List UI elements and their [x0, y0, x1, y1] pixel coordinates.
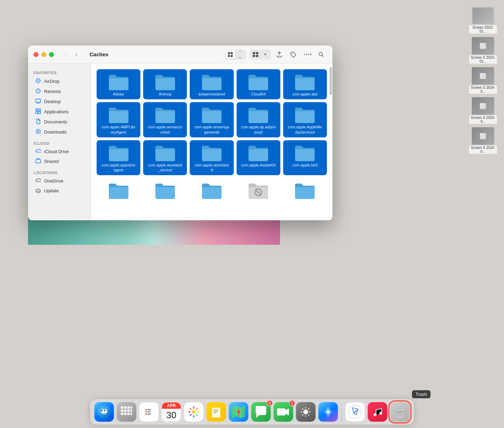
system-prefs-icon [296, 402, 316, 422]
sidebar-item-shared[interactable]: Shared [29, 156, 89, 166]
folder-avatarkit-label: com.apple.AvatarKit [241, 163, 275, 167]
dock-messages[interactable]: 6 [251, 401, 272, 422]
scrollbar-track[interactable] [330, 67, 332, 217]
folder-blocked[interactable] [237, 178, 280, 203]
view-toggle-arrow[interactable]: ⌃⌄ [235, 50, 245, 59]
sidebar-item-icloud-drive[interactable]: iCloud Drive [29, 147, 89, 156]
folder-assistant-service[interactable]: com.apple.assistant_service [143, 140, 187, 176]
folder-assistantd[interactable]: com.apple.assistantd [190, 140, 233, 176]
folder-amsac[interactable]: com.apple.amsaccountsd [143, 102, 187, 137]
view-toggle-2-arrow[interactable]: ▾ [260, 50, 270, 59]
sidebar-item-update[interactable]: Update [29, 186, 89, 196]
dock-calendar[interactable]: APR 30 [161, 401, 182, 422]
finder-icon [94, 402, 114, 422]
window-maximize-button[interactable] [49, 52, 54, 57]
folder-row4-1[interactable] [97, 178, 140, 203]
svg-rect-53 [196, 414, 198, 416]
folder-appstoreagent[interactable]: com.apple.appstoreagent [97, 140, 140, 176]
folder-cloudkit[interactable]: CloudKit [237, 69, 280, 99]
desktop-icon-screen4[interactable]: ⬜ Screen S 2024-0... [469, 97, 497, 124]
folder-ap-adp[interactable]: com.apple.ap.adprivacyd [237, 102, 280, 137]
svg-point-45 [146, 411, 147, 413]
sidebar-item-applications[interactable]: Applications [29, 107, 89, 117]
folder-row4-1-icon [107, 181, 130, 199]
window-controls [34, 52, 54, 57]
dock-reminders[interactable] [139, 401, 160, 422]
sidebar-item-onedrive[interactable]: OneDrive [29, 176, 89, 186]
trash-tooltip: Trash [412, 390, 430, 398]
folder-adobe[interactable]: Adobe [97, 69, 140, 99]
folder-bird[interactable]: com.apple.bird [283, 140, 327, 176]
svg-rect-60 [214, 411, 218, 412]
desktop-icon-screen3[interactable]: ⬜ Screen S 2024-0... [469, 67, 497, 94]
dock-photos[interactable] [183, 401, 204, 422]
forward-button[interactable]: › [71, 50, 81, 59]
svg-point-8 [292, 53, 293, 54]
desktop-icon-screen4-label: Screen S 2024-0... [469, 115, 497, 124]
folder-row4-5[interactable] [283, 178, 327, 203]
search-button[interactable] [316, 50, 327, 59]
svg-rect-20 [38, 112, 41, 114]
share-button[interactable] [274, 50, 285, 59]
more-button[interactable]: ▾ [302, 50, 313, 59]
folder-row4-3[interactable] [190, 178, 233, 203]
folder-grid: Adobe Animoji [97, 69, 327, 203]
desktop-icon-screen1[interactable]: Screen 2023-01... [469, 7, 497, 34]
window-minimize-button[interactable] [41, 52, 46, 57]
safari-icon [345, 402, 365, 422]
dock-finder[interactable] [94, 401, 115, 422]
desktop-icon-screen5[interactable]: ⬜ Screen S 2024-0... [469, 127, 497, 154]
dock-safari[interactable] [345, 401, 366, 422]
dock-siri[interactable] [318, 401, 339, 422]
folder-ampli-icon [107, 105, 130, 123]
folder-cloudkit-label: CloudKit [251, 92, 266, 97]
tag-button[interactable] [288, 50, 299, 59]
dock-notes[interactable] [206, 401, 227, 422]
sidebar-item-recents[interactable]: Recents [29, 86, 89, 97]
desktop: Screen 2023-01... ⬜ Screen S 2023-01... … [0, 0, 504, 428]
sidebar-item-documents[interactable]: Documents [29, 117, 89, 127]
dock-trash[interactable] [390, 401, 411, 422]
dock-launchpad[interactable] [116, 401, 137, 422]
svg-rect-2 [228, 55, 230, 57]
svg-rect-55 [189, 414, 192, 416]
svg-rect-19 [36, 112, 38, 114]
folder-askpermissiond-icon [201, 72, 223, 90]
folder-ampli-label: com.apple.AMPLibraryAgent [101, 124, 136, 135]
folder-media-services[interactable]: com.apple.AppleMediaServices [283, 102, 327, 137]
dock-system-prefs[interactable] [295, 401, 316, 422]
folder-amsen[interactable]: com.apple.amsengagementd [190, 102, 233, 137]
list-view-button[interactable] [251, 50, 260, 59]
nav-arrows: ‹ › [61, 50, 81, 59]
desktop-icon-screen2[interactable]: ⬜ Screen S 2023-01... [469, 37, 497, 64]
folder-media-services-icon [294, 105, 316, 123]
notes-icon [206, 402, 226, 422]
window-close-button[interactable] [34, 52, 38, 57]
dock-maps[interactable] [228, 401, 249, 422]
desktop-icon-screen1-label: Screen 2023-01... [469, 25, 497, 34]
folder-avatarkit[interactable]: com.apple.AvatarKit [237, 140, 280, 176]
folder-animoji[interactable]: Animoji [143, 69, 187, 99]
folder-ampli[interactable]: com.apple.AMPLibraryAgent [97, 102, 140, 137]
svg-point-9 [304, 54, 305, 55]
folder-com-apple-akd-icon [294, 72, 316, 90]
folder-amsen-icon [201, 105, 223, 123]
finder-content[interactable]: Adobe Animoji [91, 64, 332, 220]
folder-row4-2[interactable] [143, 178, 187, 203]
folder-media-services-label: com.apple.AppleMediaServices [287, 124, 322, 135]
sidebar-item-desktop[interactable]: Desktop [29, 97, 89, 107]
sidebar-item-downloads[interactable]: Downloads [29, 127, 89, 137]
folder-com-apple-akd[interactable]: com.apple.akd [283, 69, 327, 99]
svg-rect-40 [127, 413, 130, 415]
sidebar-item-airdrop[interactable]: AirDrop [29, 76, 89, 86]
dock-separator [342, 408, 342, 422]
scrollbar-thumb[interactable] [330, 67, 332, 95]
folder-row4-3-icon [201, 181, 223, 199]
back-button[interactable]: ‹ [61, 50, 71, 59]
svg-rect-78 [398, 408, 402, 409]
dock-music[interactable] [367, 401, 388, 422]
dock-facetime[interactable]: 2 [273, 401, 294, 422]
folder-askpermissiond[interactable]: askpermissiond [190, 69, 233, 99]
sidebar-item-shared-label: Shared [44, 159, 59, 164]
grid-view-button[interactable] [225, 50, 235, 59]
